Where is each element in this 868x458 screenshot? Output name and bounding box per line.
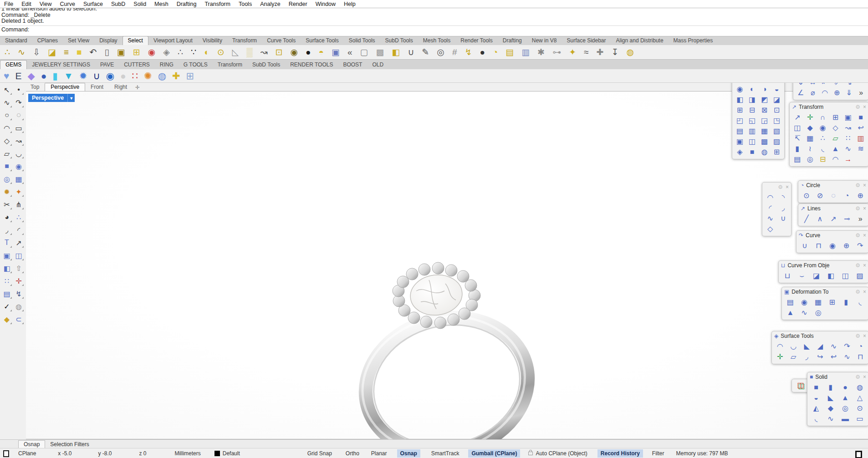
select-grid-icon[interactable]: # [452, 48, 457, 56]
taper[interactable]: ▲ [784, 308, 797, 317]
flow-curve[interactable]: ↝ [842, 123, 854, 132]
closed-polyline[interactable]: ◇ [764, 224, 776, 234]
select-pointer-icon[interactable]: ↖ [1, 83, 13, 96]
array-linear[interactable]: ▥ [855, 133, 867, 143]
gear-icon[interactable]: ⚙ [855, 182, 860, 188]
menu-drafting[interactable]: Drafting [173, 1, 201, 7]
command-prompt[interactable]: Command: [0, 25, 868, 34]
gear-icon[interactable]: ⚙ [855, 104, 860, 110]
select-chain-icon[interactable]: ↝ [260, 48, 268, 56]
dim-diameter[interactable]: ⌀ [807, 88, 819, 97]
round-brilliant-icon[interactable]: ◉ [106, 71, 114, 81]
menu-transform[interactable]: Transform [200, 1, 235, 7]
gear-icon[interactable]: ⚙ [855, 262, 860, 269]
status-grid-snap[interactable]: Grid Snap [307, 450, 332, 457]
solid-panel-lower-titlebar[interactable]: ■Solid⚙× [807, 372, 868, 382]
status-osnap[interactable]: Osnap [397, 449, 420, 458]
copy-grid[interactable]: ⊞ [830, 112, 842, 122]
ellipse-icon[interactable]: ◌ [13, 109, 25, 122]
swap-surface[interactable]: ∿ [841, 352, 853, 361]
tube[interactable]: ◎ [838, 403, 852, 413]
ripple[interactable]: ≋ [855, 144, 867, 153]
helix[interactable]: ∿ [764, 214, 776, 223]
select-volume-icon[interactable]: ◧ [392, 48, 400, 56]
viewport-title-label[interactable]: Perspective [28, 94, 67, 102]
join-surface[interactable]: ↪ [814, 352, 826, 361]
select-split-icon[interactable]: ◪ [48, 48, 56, 56]
wire-cut[interactable]: ⊟ [746, 105, 758, 115]
gear-icon[interactable]: ⚙ [855, 205, 860, 212]
tab-surface-sidebar[interactable]: Surface Sidebar [562, 36, 611, 45]
tab-ring[interactable]: RING [155, 61, 179, 69]
sheet-pair[interactable]: ▤ [791, 154, 803, 164]
gear-icon[interactable]: ⚙ [855, 333, 860, 339]
more-chevron[interactable]: » [854, 214, 867, 224]
dim-arrowhead[interactable]: ⇓ [843, 88, 855, 97]
solid-box[interactable]: ■ [746, 147, 758, 157]
tab-gems[interactable]: GEMS [0, 60, 27, 69]
claw-gem-icon[interactable]: ∪ [93, 71, 100, 81]
select-points-icon[interactable]: ∴ [5, 48, 10, 56]
curve-edit-icon[interactable]: ↷ [13, 96, 25, 109]
tab-curve-tools[interactable]: Curve Tools [262, 36, 301, 45]
viewport-tab-perspective[interactable]: Perspective [45, 83, 85, 91]
tab-visibility[interactable]: Visibility [198, 36, 227, 45]
torus-icon[interactable]: ◎ [1, 173, 13, 185]
curve-rect[interactable]: ⊓ [812, 241, 825, 250]
gem-letter-e-icon[interactable]: E [15, 71, 21, 81]
array-scatter[interactable]: ∴ [817, 133, 829, 143]
turn-solid[interactable]: ◈ [734, 147, 745, 157]
select-balls-icon[interactable]: ◉ [290, 48, 298, 56]
array-curve[interactable]: ∷ [842, 133, 854, 143]
pipe-icon[interactable]: ⊂ [13, 313, 25, 326]
gear-icon[interactable]: ⚙ [778, 184, 783, 190]
menu-window[interactable]: Window [311, 1, 340, 7]
cage-edit[interactable]: ◎ [812, 308, 825, 317]
tab-select[interactable]: Select [123, 36, 148, 45]
select-solid-icon[interactable]: ■ [77, 48, 82, 56]
polyline[interactable]: ∧ [814, 214, 827, 224]
taper[interactable]: ▮ [791, 144, 803, 153]
extract-surface[interactable]: ◩ [759, 95, 770, 104]
bend-pipe[interactable]: ◟ [817, 144, 829, 153]
gem-point[interactable]: ◆ [824, 403, 837, 413]
capped-slab[interactable]: ▭ [853, 414, 867, 423]
selection-filter-icon[interactable]: ⇩ [33, 48, 40, 56]
tab-cplanes[interactable]: CPlanes [32, 36, 63, 45]
select-lasso-icon[interactable]: ∪ [408, 48, 414, 56]
boolean-difference[interactable]: ◐ [746, 84, 758, 94]
corner-patch[interactable]: ◣ [801, 341, 813, 351]
viewport-tab-top[interactable]: Top [25, 83, 45, 91]
move-axis[interactable]: ✛ [804, 112, 816, 122]
elbow-pipe[interactable]: ◟ [809, 414, 823, 423]
circle-panel-titlebar[interactable]: ◔Circle⚙× [798, 181, 868, 190]
soft-move[interactable]: ◉ [798, 297, 811, 307]
status-ortho[interactable]: Ortho [346, 450, 359, 457]
tab-mesh-tools[interactable]: Mesh Tools [418, 36, 455, 45]
group-icon[interactable]: ◍ [13, 300, 25, 313]
gumball-icon[interactable]: ✛ [13, 275, 25, 287]
close-icon[interactable]: × [863, 104, 866, 110]
arc-icon[interactable]: ◠ [1, 122, 13, 134]
gear-icon[interactable]: ⚙ [855, 232, 860, 239]
tab-new-in-v8[interactable]: New in V8 [527, 36, 562, 45]
surface-3pt-icon[interactable]: ▱ [1, 147, 13, 160]
twist[interactable]: ≀ [804, 144, 816, 153]
hatched-gem-icon[interactable]: ◍ [158, 71, 166, 81]
boolean-difference-icon[interactable]: ◕ [1, 211, 13, 224]
select-package-icon[interactable]: ▤ [505, 48, 514, 56]
project-red-arrow[interactable]: → [842, 154, 854, 164]
tapered-gem-icon[interactable]: ▼ [64, 71, 73, 81]
circle-tangent[interactable]: ◔ [841, 191, 853, 200]
select-id-icon[interactable]: ▣ [117, 48, 125, 56]
tab-g-tools[interactable]: G TOOLS [179, 61, 213, 69]
sweep-icon[interactable]: ◆ [1, 313, 13, 326]
xnurbs-cube-icon[interactable]: ◫ [794, 380, 807, 390]
gem-grid-icon[interactable]: ⊞ [186, 71, 194, 81]
orient-axes[interactable]: ↸ [791, 133, 803, 143]
slab[interactable]: ▬ [838, 414, 852, 423]
offset-surface[interactable]: ◔ [854, 341, 867, 351]
cplane-surface[interactable]: ✛ [774, 352, 786, 361]
halo-gem-icon[interactable]: ✹ [79, 71, 87, 81]
boolean-spheres-icon[interactable]: ◉ [13, 160, 25, 173]
